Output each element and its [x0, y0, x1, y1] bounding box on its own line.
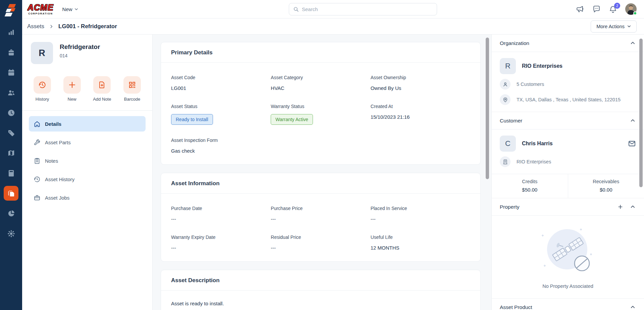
chevron-up-icon[interactable] [630, 305, 635, 310]
chevron-up-icon[interactable] [630, 118, 635, 123]
customer-title: Customer [500, 118, 522, 124]
assets-icon[interactable] [4, 186, 18, 201]
add-note-icon [93, 76, 111, 94]
announcements-megaphone-icon[interactable] [576, 5, 584, 13]
home-icon [34, 120, 41, 127]
organization-name[interactable]: RIO Enterprises [522, 63, 562, 69]
acme-logo[interactable]: ACME CORPORATION [28, 3, 54, 15]
acme-logo-text: ACME [28, 3, 54, 12]
briefcase-icon [34, 194, 41, 201]
primary-sidebar [0, 0, 22, 310]
add-note-action-label: Add Note [93, 97, 111, 102]
organization-address-row: TX, USA, Dallas , Texas , United States,… [500, 94, 636, 105]
bell-icon[interactable]: 2 [609, 5, 617, 13]
tab-asset-parts[interactable]: Asset Parts [29, 135, 146, 150]
global-search [289, 3, 437, 15]
tab-notes[interactable]: Notes [29, 153, 146, 168]
credits-cell: Credits $50.00 [492, 174, 568, 198]
search-input[interactable] [302, 6, 433, 12]
person-icon [500, 79, 511, 90]
asset-name: Refridgerator [60, 43, 100, 51]
tab-asset-jobs[interactable]: Asset Jobs [29, 190, 146, 205]
main-scrollbar[interactable] [486, 38, 489, 179]
primary-details-card: Primary Details Asset Code LG001 Asset C… [161, 42, 481, 165]
tab-asset-history[interactable]: Asset History [29, 171, 146, 187]
reports-pie-icon[interactable] [4, 206, 18, 221]
asset-details-main: Primary Details Asset Code LG001 Asset C… [153, 35, 491, 310]
tab-details-label: Details [45, 121, 61, 127]
email-icon[interactable] [628, 140, 636, 148]
history-action-label: History [36, 97, 49, 102]
customer-name[interactable]: Chris Harris [522, 141, 553, 147]
organization-customers-row: 5 Customers [500, 79, 636, 90]
new-action-label: New [68, 97, 76, 102]
analytics-icon[interactable] [4, 25, 18, 40]
pricing-tag-icon[interactable] [4, 125, 18, 140]
map-icon[interactable] [4, 146, 18, 160]
property-title: Property [500, 204, 520, 210]
breadcrumb-bar: Assets LG001 - Refridgerator More Action… [22, 18, 644, 35]
online-status-dot [633, 11, 637, 15]
chevron-up-icon[interactable] [630, 41, 635, 46]
related-entities-panel: Organization R RIO Enterprises 5 Cust [491, 35, 644, 310]
jobs-briefcase-icon[interactable] [4, 45, 18, 60]
field-purchase-price: Purchase Price --- [271, 206, 370, 222]
receivables-value: $0.00 [568, 187, 644, 193]
right-panel-scrollbar[interactable] [639, 39, 643, 187]
customer-avatar: C [500, 136, 516, 152]
field-placed-in-service: Placed In Service --- [371, 206, 470, 222]
asset-information-grid: Purchase Date --- Purchase Price --- Pla… [161, 194, 480, 261]
more-actions-button[interactable]: More Actions [591, 20, 637, 33]
primary-details-title: Primary Details [161, 42, 480, 63]
history-action[interactable]: History [34, 76, 51, 102]
property-section: No Property Associated [492, 216, 644, 299]
field-asset-status: Asset Status Ready to Install [171, 104, 271, 125]
field-purchase-date: Purchase Date --- [171, 206, 271, 222]
organization-customer-count: 5 Customers [517, 82, 544, 87]
logo-block [6, 9, 11, 12]
receivables-label: Receivables [568, 179, 644, 184]
asset-description-title: Asset Description [161, 270, 480, 291]
add-property-icon[interactable] [618, 204, 623, 209]
schedule-calendar-icon[interactable] [4, 65, 18, 80]
asset-avatar: R [31, 42, 53, 64]
chevron-right-icon [49, 24, 54, 29]
invoice-calculator-icon[interactable] [4, 166, 18, 180]
customer-organization-row: RIO Enterprises [500, 156, 636, 167]
barcode-action-label: Barcode [124, 97, 140, 102]
customer-balances: Credits $50.00 Receivables $0.00 [492, 174, 644, 198]
property-section-header: Property [492, 198, 644, 216]
customers-icon[interactable] [4, 85, 18, 100]
customer-organization: RIO Enterprises [517, 159, 551, 164]
field-warranty-expiry-date: Warranty Expiry Date --- [171, 235, 271, 251]
credits-label: Credits [492, 179, 568, 184]
acme-logo-subtext: CORPORATION [28, 12, 53, 15]
chat-icon[interactable] [592, 5, 601, 13]
new-dropdown-label: New [62, 6, 72, 12]
tab-notes-label: Notes [45, 158, 58, 164]
field-asset-category: Asset Category HVAC [271, 75, 370, 91]
user-avatar[interactable] [625, 3, 637, 15]
organization-section-header: Organization [492, 35, 644, 52]
field-warranty-status: Warranty Status Warranty Active [271, 104, 370, 125]
history-icon [34, 76, 51, 94]
breadcrumb-assets-link[interactable]: Assets [27, 23, 44, 30]
tab-details[interactable]: Details [29, 116, 146, 132]
timesheet-clock-icon[interactable] [4, 105, 18, 120]
settings-gear-icon[interactable] [4, 226, 18, 241]
tab-asset-history-label: Asset History [45, 176, 74, 182]
add-note-action[interactable]: Add Note [93, 76, 111, 102]
chevron-up-icon[interactable] [630, 204, 635, 209]
asset-number: 014 [60, 53, 100, 58]
barcode-action[interactable]: Barcode [123, 76, 141, 102]
new-action[interactable]: New [63, 76, 81, 102]
tab-asset-parts-label: Asset Parts [45, 140, 71, 145]
new-dropdown[interactable]: New [62, 6, 78, 12]
field-residual-price: Residual Price --- [271, 235, 370, 251]
chevron-down-icon [74, 7, 78, 11]
no-property-text: No Property Associated [500, 283, 636, 289]
top-icon-group: 2 [576, 3, 637, 15]
field-created-at: Created At 15/10/2023 21:16 [371, 104, 470, 125]
logo-block [5, 13, 13, 16]
zuper-logo[interactable] [4, 3, 18, 17]
